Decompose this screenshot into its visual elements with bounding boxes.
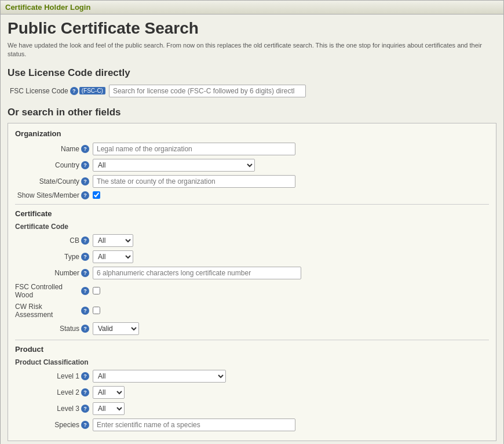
country-label: Country [55, 161, 79, 169]
cert-code-header: Certificate Code [15, 223, 489, 231]
fsc-cw-help-icon[interactable]: ? [81, 287, 89, 295]
license-section-title: Use License Code directly [8, 67, 496, 79]
level2-select[interactable]: All [93, 386, 125, 399]
cw-risk-label-group: CW Risk Assessment ? [15, 303, 90, 319]
fsc-cw-label: FSC Controlled Wood [15, 283, 79, 299]
fsc-badge: (FSC-C) [79, 87, 105, 94]
status-row: Status ? All Valid Suspended Terminated … [15, 322, 489, 335]
number-input[interactable] [93, 267, 301, 279]
fsc-cw-label-group: FSC Controlled Wood ? [15, 283, 90, 299]
level1-help-icon[interactable]: ? [81, 372, 89, 380]
type-help-icon[interactable]: ? [81, 253, 89, 261]
cert-product-divider [15, 340, 489, 340]
type-label: Type [64, 253, 79, 261]
level2-help-icon[interactable]: ? [81, 388, 89, 396]
show-sites-help-icon[interactable]: ? [81, 191, 89, 199]
state-input[interactable] [93, 175, 295, 188]
cb-label-group: CB ? [15, 236, 90, 245]
show-sites-label-group: Show Sites/Member ? [15, 191, 90, 199]
state-row: State/County ? [15, 175, 489, 188]
name-help-icon[interactable]: ? [81, 145, 89, 153]
state-label-group: State/County ? [15, 177, 90, 185]
status-select[interactable]: All Valid Suspended Terminated Withdrawn [93, 322, 139, 335]
cw-risk-row: CW Risk Assessment ? [15, 303, 489, 319]
page-title: Public Certificate Search [8, 19, 496, 38]
state-label: State/County [39, 177, 79, 185]
species-input[interactable] [93, 418, 295, 431]
type-label-group: Type ? [15, 253, 90, 261]
status-help-icon[interactable]: ? [81, 325, 89, 333]
number-label-group: Number ? [15, 269, 90, 277]
top-bar: Certificate Holder Login [1, 1, 503, 14]
product-class-header: Product Classification [15, 358, 489, 366]
type-row: Type ? All FM CoC FM/CoC CW [15, 250, 489, 263]
license-help-icon[interactable]: ? [70, 87, 78, 95]
cb-help-icon[interactable]: ? [81, 236, 89, 245]
intro-text: We have updated the look and feel of the… [8, 41, 496, 59]
cw-risk-help-icon[interactable]: ? [81, 307, 89, 315]
name-label: Name [61, 145, 79, 153]
number-label: Number [54, 269, 79, 277]
show-sites-row: Show Sites/Member ? [15, 191, 489, 199]
license-input[interactable] [109, 85, 306, 97]
level1-select[interactable]: All Wood Paper Non-timber forest product… [93, 370, 226, 383]
level3-help-icon[interactable]: ? [81, 405, 89, 413]
show-sites-label: Show Sites/Member [17, 191, 79, 199]
level3-select[interactable]: All [93, 402, 125, 415]
fsc-cw-row: FSC Controlled Wood ? [15, 283, 489, 299]
cw-risk-checkbox[interactable] [93, 307, 100, 314]
state-help-icon[interactable]: ? [81, 177, 89, 185]
species-help-icon[interactable]: ? [81, 421, 89, 429]
org-header: Organization [15, 129, 489, 138]
country-label-group: Country ? [15, 161, 90, 169]
status-label-group: Status ? [15, 325, 90, 333]
type-select[interactable]: All FM CoC FM/CoC CW [93, 250, 133, 263]
country-row: Country ? All Afghanistan Albania Algeri… [15, 159, 489, 172]
name-row: Name ? [15, 143, 489, 155]
number-row: Number ? [15, 267, 489, 279]
product-header: Product [15, 345, 489, 354]
level2-label: Level 2 [57, 388, 79, 396]
level1-label-group: Level 1 ? [15, 372, 90, 380]
name-input[interactable] [93, 143, 295, 155]
fsc-cw-checkbox[interactable] [93, 287, 100, 294]
cert-header: Certificate [15, 209, 489, 218]
level2-label-group: Level 2 ? [15, 388, 90, 396]
status-label: Status [60, 325, 79, 333]
species-row: Species ? [15, 418, 489, 431]
level1-row: Level 1 ? All Wood Paper Non-timber fore… [15, 370, 489, 383]
species-label-group: Species ? [15, 421, 90, 429]
level1-label: Level 1 [57, 372, 79, 380]
level2-row: Level 2 ? All [15, 386, 489, 399]
cb-label: CB [70, 236, 79, 245]
license-row: FSC License Code ? (FSC-C) [8, 85, 496, 97]
top-bar-label: Certificate Holder Login [5, 3, 90, 12]
number-help-icon[interactable]: ? [81, 269, 89, 277]
license-label: FSC License Code [10, 87, 68, 95]
cb-select[interactable]: All BM TRADA Bureau Veritas DNV GL Inter… [93, 234, 133, 247]
species-label: Species [54, 421, 79, 429]
level3-label-group: Level 3 ? [15, 405, 90, 413]
country-select[interactable]: All Afghanistan Albania Algeria Australi… [93, 159, 255, 172]
name-label-group: Name ? [15, 145, 90, 153]
cb-row: CB ? All BM TRADA Bureau Veritas DNV GL … [15, 234, 489, 247]
cw-risk-label: CW Risk Assessment [15, 303, 79, 319]
search-panel: Organization Name ? Country ? All Afghan… [8, 123, 496, 441]
country-help-icon[interactable]: ? [81, 161, 89, 169]
level3-label: Level 3 [57, 405, 79, 413]
org-cert-divider [15, 204, 489, 205]
level3-row: Level 3 ? All [15, 402, 489, 415]
or-section-title: Or search in other fields [8, 107, 496, 118]
show-sites-checkbox[interactable] [93, 191, 100, 199]
